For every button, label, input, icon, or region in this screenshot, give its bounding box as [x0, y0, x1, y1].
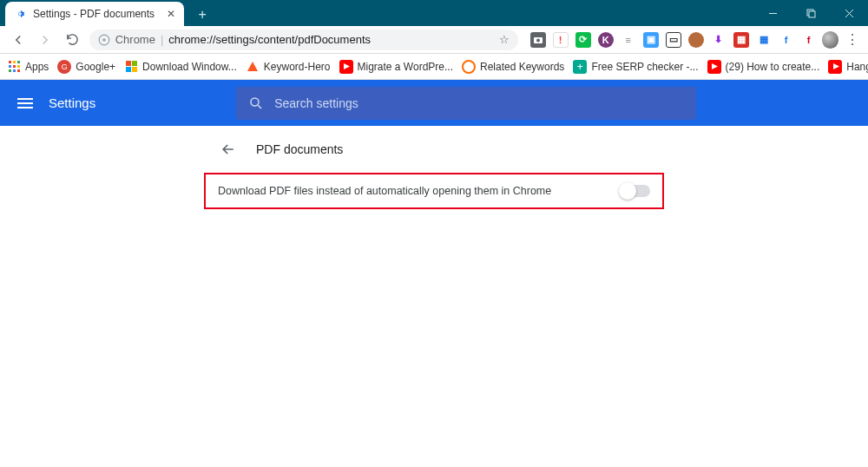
ext-camera-icon[interactable] [530, 32, 546, 48]
ext-blue-icon[interactable]: ▣ [643, 32, 659, 48]
related-keywords-icon [462, 60, 476, 74]
profile-avatar[interactable] [822, 31, 839, 49]
svg-rect-10 [13, 61, 16, 63]
bookmark-label: Migrate a WordPre... [358, 61, 453, 73]
url-separator: | [161, 33, 163, 46]
settings-search-input[interactable]: Search settings [236, 87, 696, 120]
settings-content: PDF documents Download PDF files instead… [0, 126, 868, 209]
svg-rect-16 [13, 69, 16, 72]
page-title: PDF documents [256, 142, 343, 156]
svg-point-6 [102, 38, 106, 42]
svg-marker-24 [712, 63, 718, 69]
chrome-icon [98, 34, 110, 46]
bookmark-label: Hang Ups (Want Yo... [846, 61, 868, 73]
url-path: chrome://settings/content/pdfDocuments [168, 33, 371, 46]
bookmark-item[interactable]: Download Window... [124, 60, 237, 74]
svg-rect-12 [9, 65, 11, 68]
svg-rect-11 [17, 61, 20, 63]
svg-point-8 [536, 38, 540, 42]
browser-toolbar: Chrome | chrome://settings/content/pdfDo… [0, 26, 868, 54]
pdf-download-setting-row: Download PDF files instead of automatica… [204, 173, 664, 209]
ext-red-f-icon[interactable]: f [801, 32, 817, 48]
gear-icon [14, 8, 26, 20]
svg-marker-22 [247, 62, 258, 71]
svg-rect-21 [132, 67, 137, 72]
youtube-icon [707, 60, 721, 74]
bookmark-item[interactable]: + Free SERP checker -... [573, 60, 698, 74]
extension-icons: ! ⟳ K ≡ ▣ ▭ ⬇ ▦ ▦ f f [530, 32, 817, 48]
window-controls [753, 0, 868, 26]
ext-red-icon[interactable]: ▦ [733, 32, 749, 48]
apps-label: Apps [25, 61, 49, 73]
forward-button[interactable] [35, 29, 57, 51]
svg-marker-25 [833, 63, 839, 69]
url-scheme: Chrome [115, 33, 155, 46]
youtube-icon [828, 60, 842, 74]
bookmark-item[interactable]: (29) How to create... [707, 60, 820, 74]
search-placeholder: Search settings [274, 96, 358, 110]
svg-point-26 [251, 98, 259, 106]
ext-facebook-icon[interactable]: f [779, 32, 794, 48]
browser-menu-button[interactable]: ⋮ [844, 31, 861, 48]
close-window-button[interactable] [830, 0, 868, 26]
apps-grid-icon [7, 60, 21, 74]
bookmark-label: Free SERP checker -... [591, 61, 698, 73]
ext-green-icon[interactable]: ⟳ [575, 32, 591, 48]
bookmark-star-icon[interactable]: ☆ [499, 33, 510, 46]
svg-rect-17 [17, 69, 20, 72]
settings-app-title: Settings [49, 95, 95, 110]
svg-rect-20 [126, 67, 131, 72]
bookmark-label: Google+ [76, 61, 115, 73]
pdf-download-toggle[interactable] [621, 185, 650, 197]
back-button[interactable] [7, 29, 30, 51]
svg-marker-23 [344, 63, 350, 69]
keyword-hero-icon [246, 60, 260, 74]
svg-rect-13 [13, 65, 16, 68]
svg-rect-2 [809, 11, 815, 17]
svg-rect-14 [17, 65, 20, 68]
ext-exclaim-icon[interactable]: ! [553, 32, 569, 48]
reload-button[interactable] [62, 29, 84, 51]
close-tab-icon[interactable]: ✕ [167, 8, 175, 20]
ext-purple-icon[interactable]: K [598, 32, 614, 48]
bookmark-label: Keyword-Hero [264, 61, 331, 73]
bookmark-item[interactable]: Related Keywords [462, 60, 564, 74]
bookmarks-bar: Apps G Google+ Download Window... Keywor… [0, 54, 868, 80]
svg-rect-19 [132, 61, 137, 66]
browser-tab[interactable]: Settings - PDF documents ✕ [5, 2, 184, 26]
bookmark-item[interactable]: Keyword-Hero [246, 60, 331, 74]
menu-hamburger-icon[interactable] [17, 98, 33, 109]
bookmark-item[interactable]: Migrate a WordPre... [339, 60, 453, 74]
bookmark-label: Download Window... [142, 61, 237, 73]
search-icon [248, 95, 264, 111]
googleplus-icon: G [57, 60, 71, 74]
tab-title: Settings - PDF documents [33, 8, 155, 20]
window-titlebar: Settings - PDF documents ✕ + [0, 0, 868, 26]
apps-button[interactable]: Apps [7, 60, 49, 74]
svg-rect-9 [9, 61, 11, 63]
new-tab-button[interactable]: + [191, 3, 214, 26]
back-arrow-button[interactable] [220, 141, 237, 158]
settings-card: PDF documents Download PDF files instead… [204, 126, 664, 209]
bookmark-item[interactable]: Hang Ups (Want Yo... [828, 60, 868, 74]
minimize-button[interactable] [753, 0, 792, 26]
svg-rect-18 [126, 61, 131, 66]
windows-icon [124, 60, 138, 74]
page-header: PDF documents [204, 126, 664, 173]
bookmark-item[interactable]: G Google+ [57, 60, 115, 74]
bookmark-label: Related Keywords [480, 61, 564, 73]
ext-frame-icon[interactable]: ▭ [666, 32, 681, 48]
ext-download-icon[interactable]: ⬇ [711, 32, 727, 48]
svg-rect-15 [9, 69, 11, 72]
svg-line-27 [258, 105, 261, 109]
address-bar[interactable]: Chrome | chrome://settings/content/pdfDo… [89, 30, 518, 50]
ext-cookie-icon[interactable] [688, 32, 704, 48]
ext-lines-icon[interactable]: ≡ [621, 32, 636, 48]
setting-label: Download PDF files instead of automatica… [218, 185, 551, 197]
bookmark-label: (29) How to create... [726, 61, 820, 73]
ext-calendar-icon[interactable]: ▦ [756, 32, 772, 48]
serp-icon: + [573, 60, 587, 74]
maximize-button[interactable] [792, 0, 830, 26]
settings-header: Settings Search settings [0, 80, 868, 126]
youtube-icon [339, 60, 353, 74]
